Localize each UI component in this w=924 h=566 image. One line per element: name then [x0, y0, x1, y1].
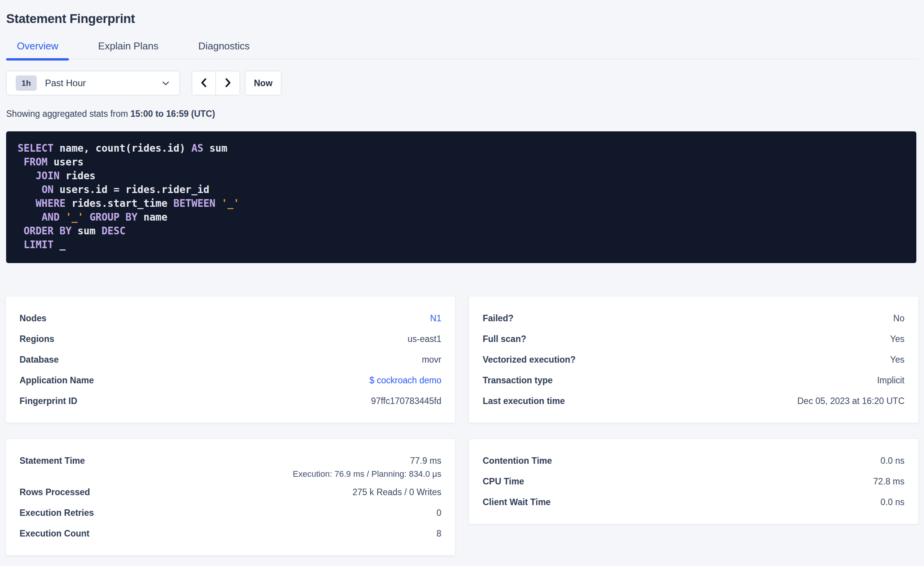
card-row: Transaction type Implicit [483, 370, 904, 391]
statement-info-card: Nodes N1 Regions us-east1 Database movr … [5, 296, 455, 423]
card-row-value: movr [422, 355, 441, 365]
time-range-label: Past Hour [45, 78, 86, 88]
chevron-left-icon [198, 77, 210, 90]
card-row: Database movr [20, 349, 441, 370]
card-row: Full scan? Yes [483, 329, 904, 349]
tab-overview[interactable]: Overview [6, 40, 69, 59]
tab-diagnostics[interactable]: Diagnostics [188, 40, 260, 59]
card-row: Failed? No [483, 308, 904, 329]
sql-line: SELECT name, count(rides.id) AS sum [18, 141, 905, 155]
card-row-label: Last execution time [483, 396, 565, 406]
time-range-dropdown[interactable]: 1h Past Hour [6, 71, 180, 95]
card-row: CPU Time 72.8 ms [483, 471, 904, 492]
card-row-value: 0.0 ns [880, 497, 904, 507]
card-row-label: Client Wait Time [483, 497, 551, 507]
card-row-value: us-east1 [408, 334, 441, 344]
card-row: Application Name $ cockroach demo [20, 370, 441, 391]
card-row-label: Execution Count [20, 528, 90, 539]
card-row-label: Fingerprint ID [20, 396, 77, 406]
chevron-right-icon [222, 77, 233, 90]
aggregated-stats-text: Showing aggregated stats from 15:00 to 1… [6, 108, 918, 119]
card-row-value: 97ffc170783445fd [371, 396, 441, 406]
aggregated-stats-prefix: Showing aggregated stats from [6, 109, 131, 119]
card-row: Client Wait Time 0.0 ns [483, 492, 904, 512]
statement-stats-card: Statement Time 77.9 ms Execution: 76.9 m… [5, 438, 455, 556]
card-row-label: Database [20, 355, 59, 365]
card-row-label: Contention Time [483, 456, 552, 466]
card-row: Last execution time Dec 05, 2023 at 16:2… [483, 391, 904, 411]
card-row: Fingerprint ID 97ffc170783445fd [20, 391, 441, 411]
card-row: Regions us-east1 [20, 329, 441, 349]
card-row-value: 0 [436, 508, 441, 518]
sql-code: SELECT name, count(rides.id) AS sum FROM… [18, 141, 905, 252]
execution-flags-card: Failed? No Full scan? Yes Vectorized exe… [469, 296, 919, 423]
card-row: Rows Processed 275 k Reads / 0 Writes [20, 482, 441, 502]
card-row-label: Statement Time [20, 450, 85, 471]
now-button[interactable]: Now [245, 71, 281, 95]
card-row-value: 0.0 ns [880, 456, 904, 466]
sql-line: ORDER BY sum DESC [18, 224, 905, 238]
card-row-label: Rows Processed [20, 487, 90, 497]
tab-explain-plans[interactable]: Explain Plans [87, 40, 169, 59]
sql-line: FROM users [18, 155, 905, 169]
card-row-value: 72.8 ms [873, 476, 904, 487]
card-row-label: Full scan? [483, 334, 526, 344]
card-row-label: Transaction type [483, 375, 553, 386]
nodes-link[interactable]: N1 [430, 313, 441, 324]
card-row-label: Failed? [483, 313, 514, 324]
aggregated-stats-range: 15:00 to 16:59 (UTC) [131, 109, 215, 119]
card-row-label: Regions [20, 334, 54, 344]
card-row-value: No [893, 313, 904, 324]
card-row-value: 275 k Reads / 0 Writes [353, 487, 441, 497]
card-row-value: Yes [890, 355, 904, 365]
tab-bar: Overview Explain Plans Diagnostics [6, 40, 918, 59]
timing-stats-card: Contention Time 0.0 ns CPU Time 72.8 ms … [469, 438, 919, 524]
sql-line: ON users.id = rides.rider_id [18, 183, 905, 196]
card-row-label: Vectorized execution? [483, 355, 576, 365]
prev-time-button[interactable] [192, 71, 216, 95]
application-name-link[interactable]: $ cockroach demo [369, 375, 441, 386]
sql-statement-box: SELECT name, count(rides.id) AS sum FROM… [6, 131, 916, 263]
time-controls: 1h Past Hour [6, 71, 918, 95]
card-row-label: Execution Retries [20, 508, 94, 518]
card-row: Vectorized execution? Yes [483, 349, 904, 370]
sql-line: AND '_' GROUP BY name [18, 210, 905, 224]
card-row-value: Yes [890, 334, 904, 344]
time-pager [192, 71, 240, 95]
card-row: Execution Retries 0 [20, 502, 441, 523]
sql-line: JOIN rides [18, 169, 905, 183]
card-row-value: Dec 05, 2023 at 16:20 UTC [797, 396, 904, 406]
duration-badge: 1h [16, 75, 37, 91]
next-time-button[interactable] [216, 71, 240, 95]
statement-time-breakdown: Execution: 76.9 ms / Planning: 834.0 µs [293, 469, 441, 482]
card-row-value: 77.9 ms [293, 450, 441, 471]
statement-fingerprint-page: Statement Fingerprint Overview Explain P… [0, 11, 924, 566]
card-row: Contention Time 0.0 ns [483, 450, 904, 471]
card-row: Execution Count 8 [20, 523, 441, 544]
card-row-value: 8 [436, 528, 441, 539]
page-title: Statement Fingerprint [6, 11, 918, 26]
sql-line: LIMIT _ [18, 238, 905, 252]
summary-cards: Nodes N1 Regions us-east1 Database movr … [5, 296, 919, 556]
card-row: Nodes N1 [20, 308, 441, 329]
card-row-label: Nodes [20, 313, 46, 324]
card-row-value: Implicit [877, 375, 904, 386]
card-row: Statement Time 77.9 ms Execution: 76.9 m… [20, 450, 441, 482]
chevron-down-icon [160, 78, 171, 88]
card-row-label: CPU Time [483, 476, 524, 487]
sql-line: WHERE rides.start_time BETWEEN '_' [18, 196, 905, 210]
statement-time-value: 77.9 ms Execution: 76.9 ms / Planning: 8… [293, 450, 441, 482]
card-row-label: Application Name [20, 375, 94, 386]
